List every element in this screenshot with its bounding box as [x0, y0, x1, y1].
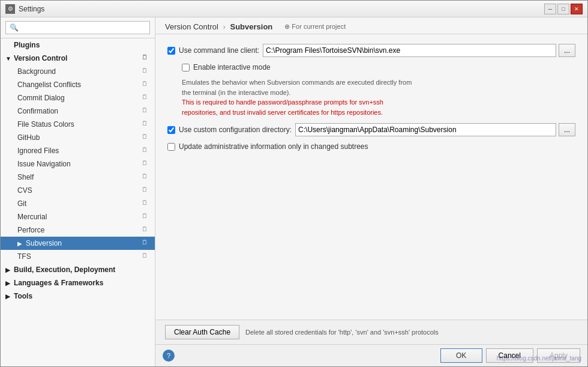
use-command-line-checkbox[interactable] [167, 47, 175, 55]
sidebar-item-commit-dialog[interactable]: Commit Dialog 🗒 [1, 91, 155, 105]
background-icon: 🗒 [142, 67, 150, 76]
tfs-label: TFS [17, 252, 31, 261]
enable-interactive-label: Enable interactive mode [182, 63, 271, 71]
svn-arrow: ▶ [17, 240, 23, 247]
mercurial-icon: 🗒 [142, 213, 150, 221]
tfs-icon: 🗒 [142, 252, 150, 261]
watermark: https://blog.csdn.net/jaime_tang [497, 355, 581, 362]
sidebar-item-ignored-files[interactable]: Ignored Files 🗒 [1, 144, 155, 157]
subversion-label: Subversion [26, 239, 62, 247]
file-status-icon: 🗒 [142, 120, 150, 129]
breadcrumb-sep: › [223, 22, 226, 31]
enable-interactive-text: Enable interactive mode [193, 63, 271, 71]
ignored-files-label: Ignored Files [17, 147, 59, 155]
lang-arrow: ▶ [5, 280, 11, 287]
sidebar-item-languages[interactable]: ▶ Languages & Frameworks [1, 276, 155, 290]
maximize-button[interactable]: □ [557, 4, 569, 14]
sidebar: Plugins ▼ Version Control 🗒 Background 🗒… [1, 17, 155, 366]
subversion-icon: 🗒 [142, 239, 150, 247]
clear-auth-desc: Delete all stored credentials for 'http'… [245, 329, 439, 336]
lang-label: Languages & Frameworks [14, 279, 103, 287]
custom-config-input[interactable] [295, 123, 556, 136]
mercurial-label: Mercurial [17, 213, 47, 221]
info-text: Emulates the behavior when Subversion co… [167, 77, 575, 117]
sidebar-item-cvs[interactable]: CVS 🗒 [1, 184, 155, 197]
tools-arrow: ▶ [5, 293, 11, 300]
use-command-line-text: Use command line client: [179, 46, 259, 55]
command-line-row: Use command line client: ... [167, 44, 575, 57]
custom-config-browse-button[interactable]: ... [559, 123, 575, 136]
close-button[interactable]: ✕ [571, 4, 583, 14]
sidebar-item-github[interactable]: GitHub 🗒 [1, 131, 155, 144]
project-link[interactable]: ⊕ For current project [284, 23, 346, 31]
sidebar-item-build[interactable]: ▶ Build, Execution, Deployment [1, 263, 155, 276]
info-line2: the terminal (in the interactive mode). [182, 88, 575, 98]
minimize-button[interactable]: ─ [544, 4, 556, 14]
vc-label: Version Control [14, 54, 67, 62]
sidebar-item-changelist[interactable]: Changelist Conflicts 🗒 [1, 78, 155, 91]
main-content-area: Plugins ▼ Version Control 🗒 Background 🗒… [1, 17, 587, 366]
sidebar-item-git[interactable]: Git 🗒 [1, 197, 155, 210]
bottom-bar: Clear Auth Cache Delete all stored crede… [155, 320, 587, 344]
plugins-label: Plugins [14, 41, 40, 49]
confirmation-icon: 🗒 [142, 107, 150, 115]
sidebar-item-confirmation[interactable]: Confirmation 🗒 [1, 105, 155, 118]
sidebar-item-mercurial[interactable]: Mercurial 🗒 [1, 210, 155, 223]
breadcrumb-current: Subversion [230, 22, 272, 31]
search-box [1, 17, 155, 38]
sidebar-item-plugins[interactable]: Plugins [1, 38, 155, 52]
search-input[interactable] [5, 21, 150, 34]
tools-label: Tools [14, 292, 32, 300]
github-label: GitHub [17, 133, 40, 142]
git-label: Git [17, 199, 26, 208]
breadcrumb: Version Control › Subversion [165, 22, 272, 31]
build-label: Build, Execution, Deployment [14, 265, 115, 274]
git-icon: 🗒 [142, 199, 150, 208]
right-panel: Version Control › Subversion ⊕ For curre… [155, 17, 587, 366]
sidebar-item-file-status-colors[interactable]: File Status Colors 🗒 [1, 118, 155, 131]
sidebar-item-shelf[interactable]: Shelf 🗒 [1, 171, 155, 184]
perforce-label: Perforce [17, 226, 44, 234]
enable-interactive-row: Enable interactive mode [167, 63, 575, 71]
sidebar-item-tools[interactable]: ▶ Tools [1, 290, 155, 303]
title-bar-buttons: ─ □ ✕ [544, 4, 583, 14]
ignored-files-icon: 🗒 [142, 147, 150, 155]
shelf-icon: 🗒 [142, 173, 150, 181]
sidebar-item-version-control[interactable]: ▼ Version Control 🗒 [1, 52, 155, 65]
help-icon[interactable]: ? [163, 350, 175, 362]
changelist-label: Changelist Conflicts [17, 80, 81, 89]
issue-nav-icon: 🗒 [142, 160, 150, 168]
custom-config-label: Use custom configuration directory: [167, 126, 292, 134]
build-arrow: ▶ [5, 267, 11, 273]
confirmation-label: Confirmation [17, 107, 58, 115]
command-line-browse-button[interactable]: ... [559, 44, 575, 57]
update-admin-label: Update administrative information only i… [167, 142, 368, 151]
info-line4: repositories, and trust invalid server c… [182, 108, 575, 118]
clear-auth-button[interactable]: Clear Auth Cache [165, 325, 239, 339]
info-line3: This is required to handle password/pass… [182, 97, 575, 108]
ok-button[interactable]: OK [440, 348, 482, 363]
window-title: Settings [19, 5, 544, 13]
panel-header: Version Control › Subversion ⊕ For curre… [155, 17, 587, 34]
breadcrumb-parent: Version Control [165, 22, 218, 31]
custom-config-checkbox[interactable] [167, 126, 175, 134]
background-label: Background [17, 67, 56, 76]
file-status-label: File Status Colors [17, 120, 74, 129]
update-admin-text: Update administrative information only i… [179, 142, 368, 151]
window-icon: ⚙ [5, 4, 15, 14]
sidebar-item-perforce[interactable]: Perforce 🗒 [1, 223, 155, 237]
perforce-icon: 🗒 [142, 226, 150, 234]
title-bar: ⚙ Settings ─ □ ✕ [1, 1, 587, 17]
command-line-input[interactable] [263, 44, 556, 57]
sidebar-item-background[interactable]: Background 🗒 [1, 65, 155, 78]
github-icon: 🗒 [142, 133, 150, 142]
update-admin-row: Update administrative information only i… [167, 142, 575, 151]
enable-interactive-checkbox[interactable] [182, 64, 190, 71]
sidebar-item-subversion[interactable]: ▶ Subversion 🗒 [1, 237, 155, 250]
use-command-line-label: Use command line client: [167, 46, 259, 55]
info-line1: Emulates the behavior when Subversion co… [182, 77, 575, 88]
sidebar-item-tfs[interactable]: TFS 🗒 [1, 250, 155, 263]
sidebar-item-issue-navigation[interactable]: Issue Navigation 🗒 [1, 157, 155, 171]
update-admin-checkbox[interactable] [167, 143, 175, 151]
cvs-label: CVS [17, 186, 32, 195]
